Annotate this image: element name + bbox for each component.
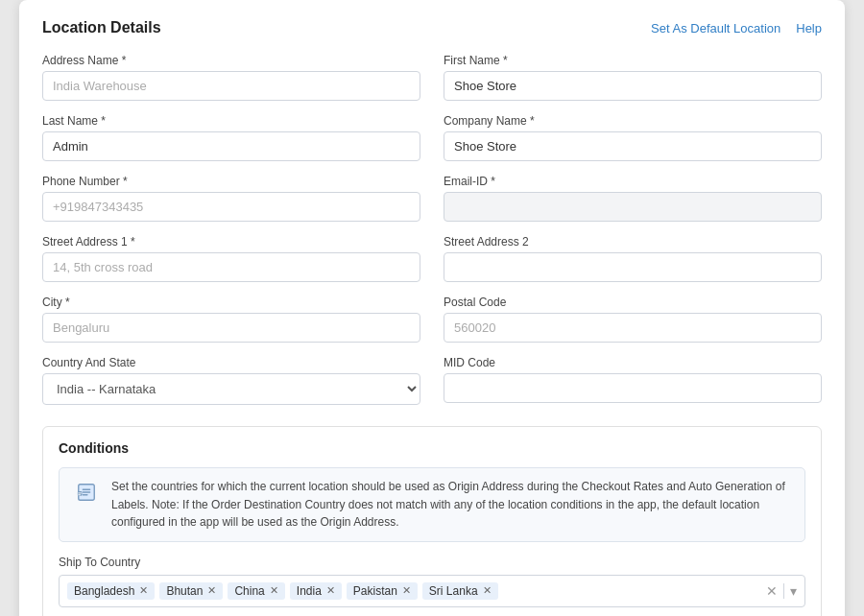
tag-label: Bangladesh — [74, 584, 134, 598]
email-id-input[interactable] — [444, 192, 822, 222]
tag-label: Bhutan — [166, 584, 203, 598]
tag-remove-button[interactable]: ✕ — [402, 585, 411, 596]
tag-label: India — [297, 584, 322, 598]
tag-item: Sri Lanka✕ — [422, 582, 498, 600]
postal-code-group: Postal Code — [444, 296, 822, 343]
tags-divider — [783, 583, 784, 599]
tag-remove-button[interactable]: ✕ — [483, 585, 492, 596]
info-icon — [73, 479, 100, 506]
street-address-1-group: Street Address 1 * — [42, 235, 420, 282]
street-address-1-label: Street Address 1 * — [42, 235, 420, 249]
tags-clear-button[interactable]: ✕ — [766, 583, 778, 599]
form-grid: Address Name * First Name * Last Name * … — [42, 54, 822, 418]
tag-label: China — [234, 584, 264, 598]
country-state-group: Country And State India -- Karnataka — [42, 356, 420, 405]
address-name-group: Address Name * — [42, 54, 420, 101]
tag-remove-button[interactable]: ✕ — [270, 585, 278, 596]
email-id-group: Email-ID * — [444, 175, 822, 222]
tag-remove-button[interactable]: ✕ — [326, 585, 335, 596]
country-state-select[interactable]: India -- Karnataka — [42, 373, 420, 405]
country-state-label: Country And State — [42, 356, 420, 369]
set-default-link[interactable]: Set As Default Location — [651, 21, 780, 36]
phone-number-input[interactable] — [42, 192, 420, 222]
street-address-1-input[interactable] — [42, 252, 420, 282]
company-name-input[interactable] — [444, 131, 822, 161]
tag-item: Bhutan✕ — [159, 582, 223, 600]
city-group: City * — [42, 296, 420, 343]
tag-item: China✕ — [228, 582, 284, 600]
tag-item: Pakistan✕ — [347, 582, 418, 600]
postal-code-input[interactable] — [444, 313, 822, 343]
last-name-input[interactable] — [42, 131, 420, 161]
mid-code-label: MID Code — [444, 356, 822, 369]
first-name-label: First Name * — [444, 54, 822, 67]
ship-to-label: Ship To Country — [59, 556, 805, 569]
conditions-info-text: Set the countries for which the current … — [111, 478, 791, 532]
email-id-label: Email-ID * — [444, 175, 822, 188]
conditions-title: Conditions — [59, 440, 805, 456]
mid-code-input[interactable] — [444, 373, 822, 403]
tag-label: Sri Lanka — [429, 584, 478, 598]
tag-label: Pakistan — [353, 584, 397, 598]
first-name-group: First Name * — [444, 54, 822, 101]
phone-number-label: Phone Number * — [42, 175, 420, 188]
last-name-label: Last Name * — [42, 114, 420, 128]
company-name-group: Company Name * — [444, 114, 822, 161]
postal-code-label: Postal Code — [444, 296, 822, 309]
last-name-group: Last Name * — [42, 114, 420, 161]
header-links: Set As Default Location Help — [651, 21, 822, 36]
tags-list: Bangladesh✕Bhutan✕China✕India✕Pakistan✕S… — [67, 582, 761, 600]
location-details-card: Location Details Set As Default Location… — [19, 0, 845, 616]
city-input[interactable] — [42, 313, 420, 343]
company-name-label: Company Name * — [444, 114, 822, 128]
help-link[interactable]: Help — [796, 21, 822, 36]
card-header: Location Details Set As Default Location… — [42, 19, 822, 36]
conditions-info-box: Set the countries for which the current … — [59, 467, 805, 542]
tags-actions: ✕ ▾ — [766, 583, 797, 599]
street-address-2-label: Street Address 2 — [444, 235, 822, 249]
card-title: Location Details — [42, 19, 161, 36]
phone-number-group: Phone Number * — [42, 175, 420, 222]
tag-item: India✕ — [290, 582, 342, 600]
street-address-2-input[interactable] — [444, 252, 822, 282]
ship-to-tags-container: Bangladesh✕Bhutan✕China✕India✕Pakistan✕S… — [59, 575, 805, 607]
street-address-2-group: Street Address 2 — [444, 235, 822, 282]
conditions-section: Conditions Set the countries for which t… — [42, 426, 822, 616]
tag-remove-button[interactable]: ✕ — [139, 585, 148, 596]
tag-item: Bangladesh✕ — [67, 582, 155, 600]
tags-chevron-icon[interactable]: ▾ — [790, 583, 797, 599]
tag-remove-button[interactable]: ✕ — [207, 585, 216, 596]
address-name-input[interactable] — [42, 71, 420, 101]
address-name-label: Address Name * — [42, 54, 420, 67]
first-name-input[interactable] — [444, 71, 822, 101]
mid-code-group: MID Code — [444, 356, 822, 405]
city-label: City * — [42, 296, 420, 309]
